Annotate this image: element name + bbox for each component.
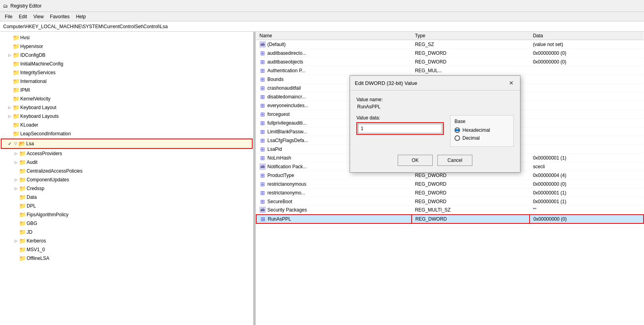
col-name: Name: [256, 32, 412, 40]
reg-grid-icon: ⊞: [259, 155, 266, 161]
folder-icon-data: 📁: [19, 194, 25, 200]
ok-button[interactable]: OK: [398, 155, 433, 166]
expand-kerberos[interactable]: ▷: [13, 238, 19, 244]
tree-node-dpl[interactable]: 📁 DPL: [0, 202, 253, 210]
reg-grid-icon: ⊞: [259, 85, 266, 91]
table-row[interactable]: ab (Default) REG_SZ (value not set): [256, 40, 644, 49]
hexadecimal-radio[interactable]: [454, 127, 460, 133]
reg-grid-icon: ⊞: [259, 111, 266, 117]
tree-node-jd[interactable]: 📁 JD: [0, 228, 253, 237]
node-label-lsa: Lsa: [26, 141, 34, 146]
dialog-title: Edit DWORD (32-bit) Value: [355, 80, 417, 86]
reg-grid-icon: ⊞: [259, 94, 266, 100]
reg-grid-icon: ⊞: [259, 181, 266, 187]
tree-node-idconfigdb[interactable]: ▷ 📁 IDConfigDB: [0, 51, 253, 60]
tree-node-lsa[interactable]: ✓ ▽ 📂 Lsa: [2, 139, 252, 148]
value-data-input[interactable]: [358, 124, 442, 133]
address-bar: Computer\HKEY_LOCAL_MACHINE\SYSTEM\Curre…: [0, 21, 644, 32]
menu-file[interactable]: File: [2, 13, 15, 20]
tree-node-hvsi[interactable]: 📁 Hvsi: [0, 33, 253, 42]
reg-grid-icon: ⊞: [260, 216, 266, 222]
dialog-main-row: Value data: Base Hexadecimal: [356, 115, 514, 147]
base-group: Base Hexadecimal Decimal: [450, 115, 514, 147]
tree-node-audit[interactable]: ▷ 📁 Audit: [0, 158, 253, 167]
folder-icon-audit: 📁: [19, 159, 25, 165]
expand-lsa[interactable]: ▽: [12, 140, 19, 147]
expand-keyboardlayouts[interactable]: ▷: [6, 113, 13, 119]
tree-node-keyboardlayouts[interactable]: ▷ 📁 Keyboard Layouts: [0, 112, 253, 121]
tree-node-centralizedaccesspolicies[interactable]: 📁 CentralizedAccessPolicies: [0, 167, 253, 175]
decimal-radio[interactable]: [454, 135, 460, 141]
table-row[interactable]: ⊞auditbasedirecto... REG_DWORD0x00000000…: [256, 49, 644, 58]
table-row[interactable]: ⊞restrictanonymo... REG_DWORD0x00000001 …: [256, 188, 644, 197]
table-row[interactable]: ⊞restrictanonymous REG_DWORD0x00000000 (…: [256, 180, 644, 188]
table-row[interactable]: ⊞Authentication P... REG_MUL...: [256, 66, 644, 75]
node-label-dpl: DPL: [27, 203, 36, 209]
tree-node-leapsecondinformation[interactable]: 📁 LeapSecondInformation: [0, 129, 253, 138]
folder-icon-integrityservices: 📁: [13, 69, 19, 76]
decimal-option[interactable]: Decimal: [454, 135, 509, 141]
dialog-close-button[interactable]: ✕: [507, 79, 515, 87]
dialog-right-section: Base Hexadecimal Decimal: [450, 115, 514, 147]
tree-node-offlinelsa[interactable]: 📁 OfflineLSA: [0, 254, 253, 263]
expand-keyboardlayout[interactable]: ▷: [6, 104, 13, 111]
tree-node-gbg[interactable]: 📁 GBG: [0, 219, 253, 228]
folder-icon-credssp: 📁: [19, 185, 25, 192]
tree-node-keyboardlayout[interactable]: ▷ 📁 Keyboard Layout: [0, 103, 253, 112]
expand-audit[interactable]: ▷: [13, 159, 19, 165]
menu-help[interactable]: Help: [73, 13, 89, 20]
edit-dword-dialog[interactable]: Edit DWORD (32-bit) Value ✕ Value name: …: [350, 75, 520, 173]
col-type: Type: [412, 32, 530, 40]
value-data-label: Value data:: [356, 115, 444, 121]
node-label-fipsalgorithmpolicy: FipsAlgorithmPolicy: [27, 212, 68, 217]
folder-icon-keyboardlayout: 📁: [13, 104, 19, 111]
tree-node-kernelvelocity[interactable]: 📁 KernelVelocity: [0, 94, 253, 103]
reg-grid-icon: ⊞: [259, 76, 266, 83]
tree-panel[interactable]: 📁 Hvsi 📁 Hypervisor ▷ 📁 IDConfigDB 📁 Ini…: [0, 32, 254, 325]
reg-grid-icon: ⊞: [259, 190, 266, 196]
col-data: Data: [530, 32, 644, 40]
menu-favorites[interactable]: Favorites: [47, 13, 73, 20]
folder-icon-leapsecondinformation: 📁: [13, 131, 19, 137]
node-label-accessproviders: AccessProviders: [27, 151, 62, 156]
tree-node-international[interactable]: 📁 International: [0, 77, 253, 86]
tree-node-data[interactable]: 📁 Data: [0, 193, 253, 202]
tree-node-componentupdates[interactable]: ▷ 📁 ComponentUpdates: [0, 175, 253, 184]
app-icon: 🗂: [3, 3, 8, 9]
expand-accessproviders[interactable]: ▷: [13, 150, 19, 157]
expand-idconfigdb[interactable]: ▷: [6, 52, 13, 58]
reg-grid-icon: ⊞: [259, 67, 266, 74]
tree-node-initialmachineconfig[interactable]: 📁 InitialMachineConfig: [0, 60, 253, 68]
expand-credssp[interactable]: ▷: [13, 185, 19, 192]
table-row-runasppl[interactable]: ⊞RunAsPPL REG_DWORD 0x00000000 (0): [256, 215, 644, 223]
tree-node-kloader[interactable]: 📁 KLoader: [0, 121, 253, 129]
tree-node-fipsalgorithmpolicy[interactable]: 📁 FipsAlgorithmPolicy: [0, 210, 253, 219]
tree-node-integrityservices[interactable]: 📁 IntegrityServices: [0, 68, 253, 77]
app-title: Registry Editor: [10, 3, 42, 9]
reg-grid-icon: ⊞: [259, 146, 266, 152]
reg-ab-icon: ab: [259, 41, 266, 48]
table-row[interactable]: ⊞auditbaseobjects REG_DWORD0x00000000 (0…: [256, 58, 644, 66]
node-label-componentupdates: ComponentUpdates: [27, 177, 69, 183]
hexadecimal-option[interactable]: Hexadecimal: [454, 127, 509, 133]
menu-edit[interactable]: Edit: [15, 13, 30, 20]
reg-grid-icon: ⊞: [259, 137, 266, 144]
tree-node-msv1_0[interactable]: 📁 MSV1_0: [0, 245, 253, 254]
value-name-value: RunAsPPL: [356, 104, 514, 110]
cancel-button[interactable]: Cancel: [437, 155, 472, 166]
tree-node-ipmi[interactable]: 📁 IPMI: [0, 86, 253, 94]
node-label-msv1_0: MSV1_0: [27, 247, 45, 252]
folder-icon-kernelvelocity: 📁: [13, 96, 19, 102]
table-row[interactable]: ⊞SecureBoot REG_DWORD0x00000001 (1): [256, 197, 644, 206]
tree-node-kerberos[interactable]: ▷ 📁 Kerberos: [0, 237, 253, 245]
tree-node-credssp[interactable]: ▷ 📁 Credssp: [0, 184, 253, 193]
menu-view[interactable]: View: [30, 13, 47, 20]
main-layout: 📁 Hvsi 📁 Hypervisor ▷ 📁 IDConfigDB 📁 Ini…: [0, 32, 644, 325]
tree-node-hypervisor[interactable]: 📁 Hypervisor: [0, 42, 253, 51]
folder-icon-gbg: 📁: [19, 220, 25, 227]
folder-icon-kloader: 📁: [13, 122, 19, 128]
reg-ab-icon: ab: [259, 163, 266, 170]
tree-node-accessproviders[interactable]: ▷ 📁 AccessProviders: [0, 149, 253, 158]
expand-componentupdates[interactable]: ▷: [13, 177, 19, 183]
table-row[interactable]: abSecurity Packages REG_MULTI_SZ"": [256, 206, 644, 215]
